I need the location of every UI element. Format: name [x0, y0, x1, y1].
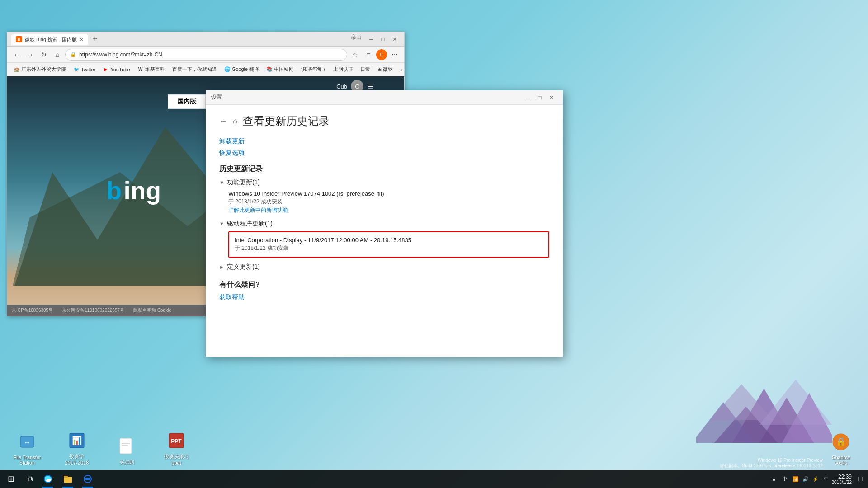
- taskbar: ⊞ ⧉ ∧ 中 📶 🔊: [0, 470, 868, 488]
- task-view-button[interactable]: ⧉: [22, 470, 38, 488]
- desktop-icon-investment[interactable]: 📊 投资学2017-2018: [59, 430, 95, 465]
- star-button[interactable]: ☆: [349, 49, 361, 61]
- investment-ppt-label: 投资决策习ppat: [164, 453, 189, 465]
- desktop-icon-investment-ppt[interactable]: PPT 投资决策习ppat: [158, 430, 194, 465]
- law-icon: [116, 435, 137, 457]
- browser-minimize-button[interactable]: ─: [365, 33, 377, 45]
- systray-expand[interactable]: ∧: [769, 474, 778, 483]
- systray-lang[interactable]: 中: [779, 474, 790, 483]
- bookmark-twitter[interactable]: 🐦 Twitter: [71, 66, 98, 74]
- forward-button[interactable]: →: [24, 49, 36, 61]
- file-transfer-label: File TransferStation: [13, 455, 41, 465]
- shadowsocks-icon[interactable]: 🔒 Shadowsocks: [823, 431, 859, 465]
- taskbar-edge-icon[interactable]: [38, 470, 58, 488]
- svg-rect-15: [122, 443, 130, 444]
- driver-updates-label: 驱动程序更新(1): [227, 220, 273, 228]
- uninstall-updates-link[interactable]: 卸载更新: [219, 137, 549, 145]
- settings-window: 设置 ─ □ ✕ ← ⌂ 查看更新历史记录 卸载更新 恢复选项 历史更新记录: [206, 90, 563, 357]
- feature-update-name-0: Windows 10 Insider Preview 17074.1002 (r…: [228, 190, 549, 197]
- bing-logo: b: [107, 177, 122, 205]
- bookmark-youtube[interactable]: ▶ YouTube: [100, 66, 132, 74]
- systray-network[interactable]: 📶: [791, 474, 800, 483]
- settings-titlebar: 设置 ─ □ ✕: [206, 90, 563, 105]
- settings-page-title: 查看更新历史记录: [243, 114, 330, 128]
- action-center-button[interactable]: □: [852, 470, 868, 488]
- browser-titlebar: B 微软 Bing 搜索 - 国内版 ✕ + 泉山 ─ □ ✕: [7, 32, 404, 47]
- back-button[interactable]: ←: [11, 49, 23, 61]
- shadowsocks-label: Shadowsocks: [832, 455, 850, 465]
- settings-section-title: 历史更新记录: [219, 164, 549, 174]
- bookmark-auth[interactable]: 上网认证: [330, 65, 356, 74]
- desktop-icon-law[interactable]: 实法则: [108, 435, 145, 465]
- browser-titlebar-controls: 泉山 ─ □ ✕: [351, 33, 401, 45]
- browser-profile-avatar[interactable]: E: [376, 49, 387, 60]
- bing-menu-icon[interactable]: ☰: [367, 82, 373, 91]
- svg-rect-21: [64, 477, 72, 483]
- start-button[interactable]: ⊞: [0, 470, 22, 488]
- feature-update-item-0: Windows 10 Insider Preview 17074.1002 (r…: [228, 190, 549, 214]
- bookmark-google-translate[interactable]: 🌐 Google 翻译: [222, 65, 262, 74]
- settings-back-button[interactable]: ←: [219, 117, 227, 126]
- driver-update-date-0: 于 2018/1/22 成功安装: [235, 244, 543, 252]
- bookmark-youtube-icon: ▶: [103, 66, 109, 73]
- settings-maximize-button[interactable]: □: [534, 92, 546, 103]
- bookmark-guangwai[interactable]: 🏫 广东外语外贸大学院: [11, 65, 69, 74]
- bing-logo-container: b ing: [107, 176, 161, 205]
- feature-update-date-0: 于 2018/1/22 成功安装: [228, 198, 549, 206]
- menu-button[interactable]: ⋯: [389, 49, 401, 61]
- systray-input[interactable]: 中: [821, 474, 832, 483]
- browser-tab[interactable]: B 微软 Bing 搜索 - 国内版 ✕: [11, 34, 88, 45]
- settings-header: ← ⌂ 查看更新历史记录: [219, 114, 549, 128]
- feature-update-learn-more-0[interactable]: 了解此更新中的新增功能: [228, 207, 288, 213]
- settings-close-button[interactable]: ✕: [546, 92, 557, 103]
- bing-tab-domestic[interactable]: 国内版: [168, 94, 206, 109]
- bookmark-twitter-label: Twitter: [81, 67, 95, 72]
- mountain-decoration: [696, 380, 832, 470]
- feature-updates-category: ▼ 功能更新(1) Windows 10 Insider Preview 170…: [219, 178, 549, 214]
- taskbar-time[interactable]: 22:39 2018/1/22: [832, 474, 852, 485]
- bing-logo-text: ing: [124, 177, 161, 205]
- desktop-icons: ↔ File TransferStation 📊 投资学2017-2018: [9, 430, 194, 465]
- browser-close-button[interactable]: ✕: [389, 33, 401, 45]
- bing-user-label: Cub: [336, 83, 347, 90]
- get-help-link[interactable]: 获取帮助: [219, 293, 549, 301]
- systray-volume[interactable]: 🔊: [801, 474, 810, 483]
- footer-privacy: 隐私声明和 Cookie: [133, 307, 171, 314]
- date-display: 2018/1/22: [832, 480, 852, 485]
- bookmark-wikipedia[interactable]: W 维基百科: [135, 65, 168, 74]
- build-info-line2: 评估副本。Build 17074.rs_prerelease.180116-15…: [720, 463, 823, 469]
- driver-updates-header[interactable]: ▼ 驱动程序更新(1): [219, 220, 549, 228]
- svg-text:↔: ↔: [24, 439, 30, 446]
- definition-updates-header[interactable]: ► 定义更新(1): [219, 263, 549, 271]
- tab-close-button[interactable]: ✕: [80, 37, 83, 42]
- desktop-icon-file-transfer[interactable]: ↔ File TransferStation: [9, 431, 45, 465]
- driver-updates-chevron: ▼: [219, 221, 224, 226]
- refresh-button[interactable]: ↻: [38, 49, 50, 61]
- settings-minimize-button[interactable]: ─: [522, 92, 534, 103]
- bookmark-daily[interactable]: 日常: [358, 65, 373, 74]
- browser-maximize-button[interactable]: □: [377, 33, 389, 45]
- bookmark-baidu[interactable]: 百度一下，你就知道: [170, 65, 220, 74]
- law-label: 实法则: [119, 459, 134, 465]
- svg-rect-16: [122, 445, 128, 446]
- systray-battery[interactable]: ⚡: [811, 474, 820, 483]
- driver-update-name-0: Intel Corporation - Display - 11/9/2017 …: [235, 237, 543, 244]
- reading-button[interactable]: ≡: [363, 49, 374, 61]
- address-text: https://www.bing.com/?mkt=zh-CN: [79, 52, 162, 58]
- bookmark-consulting[interactable]: 识理咨询（: [298, 65, 329, 74]
- bookmark-more[interactable]: »: [397, 66, 404, 73]
- settings-title-buttons: ─ □ ✕: [522, 92, 557, 103]
- new-tab-button[interactable]: +: [90, 34, 100, 44]
- address-bar[interactable]: 🔒 https://www.bing.com/?mkt=zh-CN: [65, 49, 347, 61]
- taskbar-file-explorer-icon[interactable]: [58, 470, 78, 488]
- faq-section: 有什么疑问? 获取帮助: [219, 280, 549, 301]
- taskbar-ie-icon[interactable]: [78, 470, 98, 488]
- feature-updates-header[interactable]: ▼ 功能更新(1): [219, 178, 549, 187]
- bookmark-twitter-icon: 🐦: [73, 66, 80, 73]
- svg-rect-22: [64, 476, 68, 478]
- bookmark-microsoft[interactable]: ⊞ 微软: [375, 65, 396, 74]
- settings-window-title: 设置: [211, 94, 522, 101]
- home-button[interactable]: ⌂: [52, 49, 63, 61]
- recovery-options-link[interactable]: 恢复选项: [219, 149, 549, 157]
- bookmark-cnki[interactable]: 📚 中国知网: [264, 65, 297, 74]
